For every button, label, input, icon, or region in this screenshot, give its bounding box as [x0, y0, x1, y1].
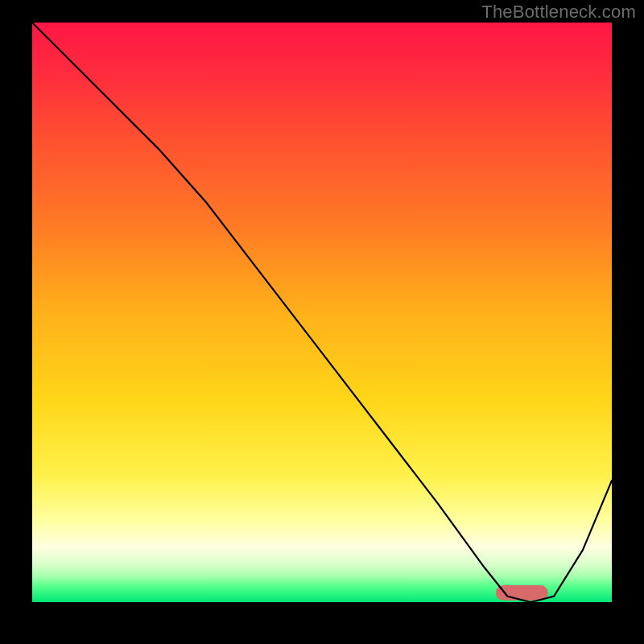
watermark-text: TheBottleneck.com: [481, 2, 636, 23]
plot-frame: [32, 23, 612, 602]
chart-root: TheBottleneck.com: [0, 0, 644, 644]
chart-svg: [32, 23, 612, 602]
plot-area: [32, 23, 612, 602]
